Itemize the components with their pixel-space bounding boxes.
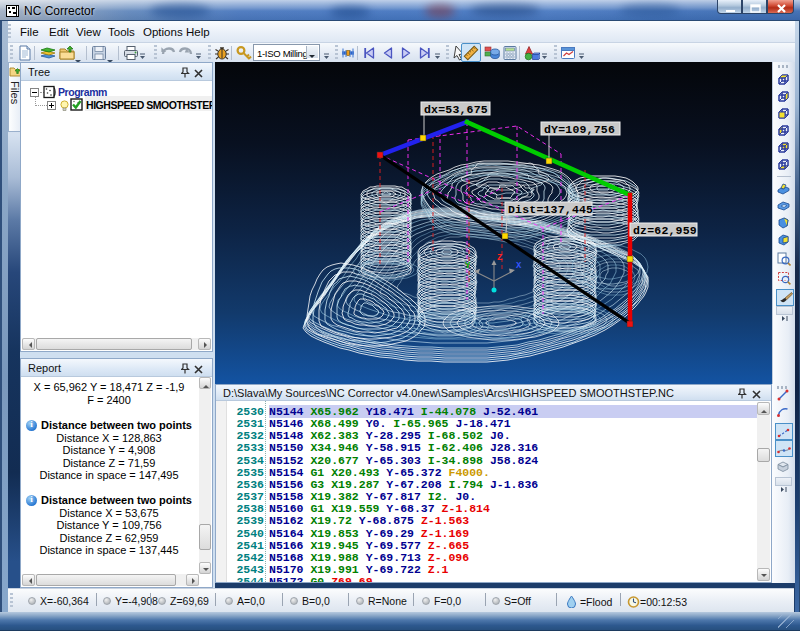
svg-text:dz=62,959: dz=62,959: [633, 224, 697, 237]
svg-text:Dist=137,445: Dist=137,445: [508, 203, 593, 216]
svg-text:dY=109,756: dY=109,756: [544, 123, 615, 136]
svg-text:X: X: [516, 261, 522, 271]
svg-text:Z: Z: [497, 253, 502, 263]
svg-text:dx=53,675: dx=53,675: [424, 103, 488, 116]
svg-text:Y: Y: [465, 261, 471, 271]
